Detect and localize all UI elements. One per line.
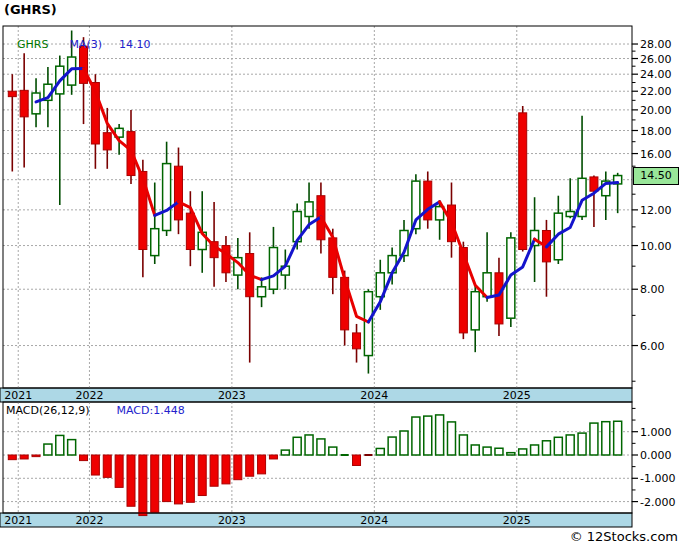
x-axis-year-label: 2021: [4, 514, 32, 527]
macd-axis-label: -1.000: [640, 472, 675, 485]
x-axis-year-label: 2022: [75, 514, 103, 527]
watermark-link[interactable]: © 12Stocks.com: [570, 529, 678, 544]
page-title: (GHRS): [4, 2, 57, 17]
price-axis-label: 6.00: [640, 340, 665, 353]
x-axis-year-label: 2023: [218, 514, 246, 527]
macd-params-label: MACD(26,12,9): [6, 404, 90, 417]
macd-axis-label: 0.000: [640, 449, 672, 462]
price-axis-label: 20.00: [640, 104, 672, 117]
x-axis-year-label: 2023: [218, 389, 246, 402]
ma-indicator-value: 14.10: [119, 38, 151, 51]
x-axis-year-label: 2025: [503, 389, 531, 402]
x-axis-year-label: 2022: [75, 389, 103, 402]
price-chart: 2021202120222022202320232024202420252025…: [0, 0, 680, 546]
x-axis-year-label: 2021: [4, 389, 32, 402]
macd-current-value: MACD:1.448: [117, 404, 185, 417]
x-axis-year-label: 2024: [360, 514, 388, 527]
ma-indicator-label: MA(3): [69, 38, 102, 51]
macd-axis-label: 1.000: [640, 426, 672, 439]
price-axis-label: 22.00: [640, 85, 672, 98]
x-axis-year-label: 2024: [360, 389, 388, 402]
price-axis-label: 8.00: [640, 283, 665, 296]
symbol-label: GHRS: [17, 38, 48, 51]
last-price-badge: 14.50: [633, 167, 679, 185]
price-axis-label: 28.00: [640, 38, 672, 51]
price-axis-label: 26.00: [640, 53, 672, 66]
price-axis-label: 10.00: [640, 240, 672, 253]
x-axis-year-label: 2025: [503, 514, 531, 527]
chart-window: 2021202120222022202320232024202420252025…: [0, 0, 680, 546]
price-axis-label: 18.00: [640, 125, 672, 138]
price-axis-label: 24.00: [640, 68, 672, 81]
macd-panel-legend: MACD(26,12,9)MACD:1.448: [6, 404, 185, 417]
main-chart-legend: GHRSMA(3)14.10: [17, 38, 151, 51]
price-axis-label: 16.00: [640, 148, 672, 161]
macd-axis-label: -2.000: [640, 496, 675, 509]
price-axis-label: 12.00: [640, 204, 672, 217]
